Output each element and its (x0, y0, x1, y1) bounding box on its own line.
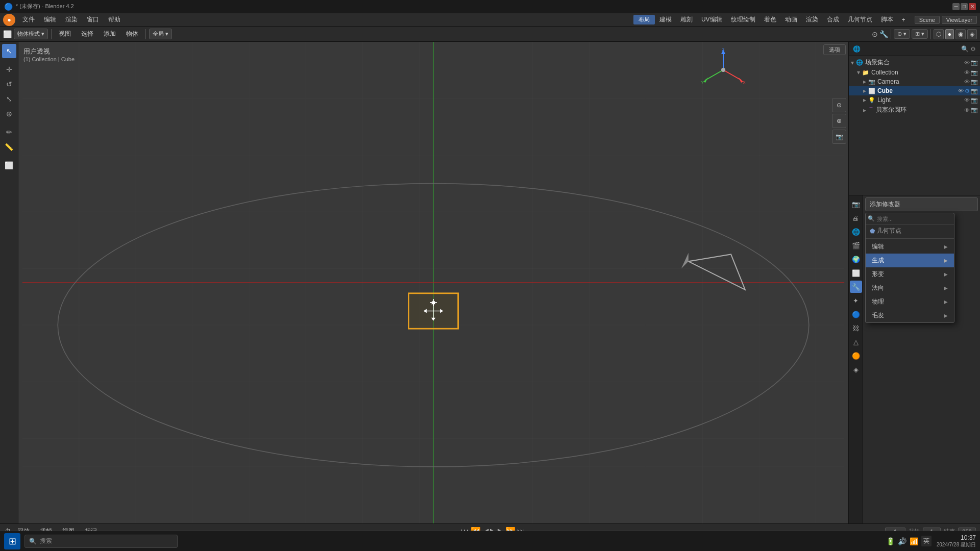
bezier-visibility[interactable]: 👁 (964, 107, 970, 113)
light-visibility[interactable]: 👁 (964, 97, 970, 103)
network-icon[interactable]: 📶 (910, 537, 918, 545)
select-menu[interactable]: 选择 (77, 29, 97, 39)
mode-selector[interactable]: 物体模式 ▾ (14, 29, 48, 39)
view-menu[interactable]: 视图 (55, 29, 75, 39)
props-physics-icon[interactable]: 🔵 (850, 308, 862, 320)
tool-rotate[interactable]: ↺ (2, 77, 16, 91)
props-material-icon[interactable]: 🟠 (850, 349, 862, 362)
workspace-animation[interactable]: 动画 (781, 14, 801, 25)
collection-render[interactable]: 📷 (971, 69, 978, 76)
menu-window[interactable]: 窗口 (83, 14, 103, 25)
snap-toggle[interactable]: 🔧 (879, 30, 888, 38)
object-menu[interactable]: 物体 (122, 29, 142, 39)
toggle-camera[interactable]: 📷 (832, 130, 846, 144)
outliner-options-icon[interactable]: ⚙ (970, 45, 976, 53)
cube-visibility[interactable]: 👁 (958, 88, 964, 94)
workspace-geometry-nodes[interactable]: 几何节点 (844, 14, 876, 25)
viewport[interactable]: Z X Y ⊙ ⊕ 📷 用户透视 (1) Collection | Cube 选… (18, 42, 848, 523)
battery-icon[interactable]: 🔋 (886, 537, 895, 545)
viewport-shade-material[interactable]: ◉ (955, 29, 966, 39)
outliner-filter-icon[interactable]: 🔍 (961, 45, 969, 53)
volume-icon[interactable]: 🔊 (898, 537, 906, 545)
modifier-item-physics[interactable]: 物理 ▶ (866, 295, 954, 309)
transform-global[interactable]: 全局 ▾ (149, 29, 172, 39)
camera-render[interactable]: 📷 (971, 79, 978, 85)
bezier-render[interactable]: 📷 (971, 107, 978, 113)
modifier-item-deform[interactable]: 形变 ▶ (866, 267, 954, 281)
tool-add-cube[interactable]: ⬜ (2, 158, 16, 172)
modifier-item-normal[interactable]: 法向 ▶ (866, 281, 954, 295)
workspace-texture[interactable]: 纹理绘制 (727, 14, 760, 25)
cube-mode-toggle[interactable]: ⚙ (965, 88, 970, 94)
maximize-button[interactable]: □ (961, 3, 968, 10)
close-button[interactable]: ✕ (969, 3, 976, 10)
tool-scale[interactable]: ⤡ (2, 92, 16, 106)
workspace-compositing[interactable]: 合成 (823, 14, 843, 25)
workspace-shading[interactable]: 着色 (760, 14, 780, 25)
viewport-shade-wire[interactable]: ⬡ (934, 29, 944, 39)
menu-file[interactable]: 文件 (18, 14, 39, 25)
props-particles-icon[interactable]: ✦ (850, 294, 862, 307)
lang-indicator[interactable]: 英 (921, 536, 932, 546)
add-modifier-btn[interactable]: 添加修改器 (865, 197, 978, 211)
tool-measure[interactable]: 📏 (2, 140, 16, 154)
props-render-icon[interactable]: 📷 (850, 198, 862, 210)
zoom-to-fit[interactable]: ⊙ (832, 98, 846, 112)
tool-transform[interactable]: ⊕ (2, 107, 16, 121)
props-object-icon[interactable]: ⬜ (850, 267, 862, 279)
modifier-item-hair[interactable]: 毛发 ▶ (866, 309, 954, 322)
modifier-search-input[interactable] (877, 216, 952, 222)
tool-cursor[interactable]: ↖ (2, 44, 16, 58)
props-constraints-icon[interactable]: ⛓ (850, 322, 862, 334)
outliner-item-cube[interactable]: ▸ ⬜ Cube 👁 ⚙ 📷 (849, 86, 980, 95)
viewport-shade-solid[interactable]: ● (945, 29, 954, 39)
taskbar-start[interactable]: ⊞ (4, 533, 20, 549)
workspace-render[interactable]: 渲染 (802, 14, 822, 25)
tool-move[interactable]: ✛ (2, 62, 16, 77)
props-view-layer-icon[interactable]: 🌐 (850, 226, 862, 238)
navigation-gizmo[interactable]: Z X Y (700, 47, 746, 93)
viewport-shade-render[interactable]: ◈ (967, 29, 977, 39)
props-world-icon[interactable]: 🌍 (850, 253, 862, 265)
menu-render[interactable]: 渲染 (61, 14, 82, 25)
outliner-item-bezier[interactable]: ▸ ⌒ 贝塞尔圆环 👁 📷 (849, 105, 980, 115)
zoom-in[interactable]: ⊕ (832, 114, 846, 128)
svg-marker-35 (689, 254, 745, 289)
workspace-add[interactable]: + (898, 15, 910, 24)
menu-help[interactable]: 帮助 (104, 14, 125, 25)
scene-collection-item[interactable]: ▾ 🌐 场景集合 👁 📷 (849, 57, 980, 68)
workspace-modeling[interactable]: 建模 (655, 14, 676, 25)
gizmo-toggle[interactable]: ⊞▾ (912, 29, 928, 39)
scene-collection-render[interactable]: 📷 (971, 59, 978, 66)
modifier-item-generate[interactable]: 生成 ▶ (866, 254, 954, 267)
light-render[interactable]: 📷 (971, 97, 978, 104)
scene-selector[interactable]: Scene (915, 16, 940, 24)
scene-collection-visibility[interactable]: 👁 (964, 60, 970, 66)
props-output-icon[interactable]: 🖨 (850, 212, 862, 224)
workspace-sculpt[interactable]: 雕刻 (676, 14, 697, 25)
workspace-scripting[interactable]: 脚本 (877, 14, 897, 25)
props-modifier-icon[interactable]: 🔧 (850, 281, 862, 293)
cube-render[interactable]: 📷 (971, 88, 978, 94)
modifier-item-edit[interactable]: 编辑 ▶ (866, 240, 954, 254)
collection-visibility[interactable]: 👁 (964, 69, 970, 76)
outliner-item-light[interactable]: ▸ 💡 Light 👁 📷 (849, 95, 980, 105)
workspace-uv[interactable]: UV编辑 (697, 14, 726, 25)
props-object-data-icon[interactable]: △ (850, 336, 862, 348)
select-option-btn[interactable]: 选项 (823, 44, 846, 55)
taskbar-search[interactable]: 🔍 搜索 (24, 535, 178, 548)
tool-annotate[interactable]: ✏ (2, 125, 16, 139)
outliner-item-camera[interactable]: ▸ 📷 Camera 👁 📷 (849, 77, 980, 86)
collection-item[interactable]: ▾ 📁 Collection 👁 📷 (849, 68, 980, 77)
add-menu[interactable]: 添加 (100, 29, 120, 39)
overlay-toggle[interactable]: ⊙▾ (894, 29, 910, 39)
proportional-edit[interactable]: ⊙ (872, 30, 878, 38)
workspace-layout[interactable]: 布局 (633, 15, 655, 24)
props-shader-icon[interactable]: ◈ (850, 363, 862, 375)
editor-type-icon[interactable]: ⬜ (3, 30, 12, 38)
props-scene-icon[interactable]: 🎬 (850, 239, 862, 252)
menu-edit[interactable]: 编辑 (40, 14, 60, 25)
minimize-button[interactable]: ─ (952, 3, 960, 10)
camera-visibility[interactable]: 👁 (964, 79, 970, 85)
view-layer-selector[interactable]: ViewLayer (942, 16, 977, 24)
